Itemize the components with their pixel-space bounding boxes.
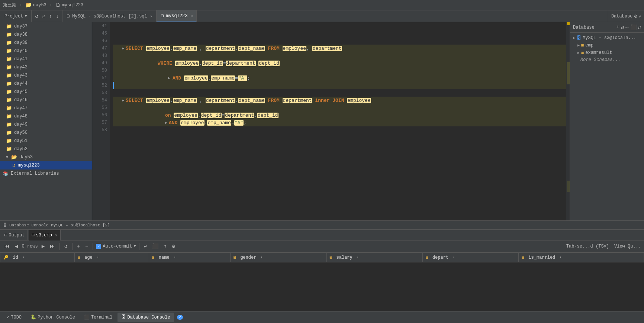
tabs-container: 🗋 MySQL - s3@localhost [2].sql ✕ 🗋 mysql… (62, 10, 608, 22)
keyword-select-47: SELECT (126, 46, 143, 51)
sidebar-item-day49[interactable]: 📁 day49 (0, 120, 92, 129)
sort-icon-gender: ⬍ (261, 256, 263, 260)
line-num-49: 49 (92, 59, 107, 67)
col-header-gender[interactable]: ⊞ gender ⬍ (231, 253, 326, 262)
db-add-icon[interactable]: + (616, 24, 619, 30)
bottom-tab-output[interactable]: ⊟ Output (1, 230, 28, 240)
editor-content[interactable]: 41 45 46 47 48 49 50 51 52 53 54 55 56 5… (92, 22, 570, 220)
db-more-icon[interactable]: ⋯ (625, 24, 628, 30)
sidebar-label-day51: day51 (14, 138, 28, 143)
db-connection[interactable]: ▶ 🗄 MySQL - s3@localh... (570, 34, 644, 42)
tab-mysql-close[interactable]: ✕ (190, 14, 193, 18)
terminal-label: Terminal (91, 315, 113, 320)
revert-btn[interactable]: ↩ (142, 242, 148, 250)
export-btn[interactable]: ⬆ (162, 242, 168, 250)
db-refresh-icon[interactable]: ↺ (621, 24, 624, 30)
add-row-btn[interactable]: + (75, 243, 81, 250)
fold-54[interactable]: ▶ (122, 98, 124, 103)
sidebar-item-day43[interactable]: 📁 day43 (0, 71, 92, 80)
first-row-btn[interactable]: ⏮ (3, 243, 11, 250)
db-stop-icon[interactable]: ⬛ (630, 24, 637, 30)
fold-57[interactable]: ▶ (165, 120, 167, 125)
sidebar-item-day41[interactable]: 📁 day41 (0, 55, 92, 63)
auto-commit-toggle[interactable]: ✓ Auto-commit ▼ (96, 244, 136, 249)
code-lines[interactable]: ▶ SELECT employee.emp_name , department.… (110, 22, 570, 220)
sep-2 (72, 243, 73, 250)
database-panel-toggle[interactable]: Database ⚙ ⇄ (608, 10, 644, 22)
code-line-54: ▶ SELECT employee.emp_name , department.… (113, 97, 570, 104)
sidebar-item-day42[interactable]: 📁 day42 (0, 63, 92, 71)
sidebar-item-day46[interactable]: 📁 day46 (0, 96, 92, 104)
nav-up-icon[interactable]: ↑ (48, 13, 53, 20)
db-more-schemas[interactable]: More Schemas... (570, 56, 644, 63)
sidebar-item-day39[interactable]: 📁 day39 (0, 39, 92, 47)
s3emp-close[interactable]: ✕ (55, 233, 57, 238)
folder-icon: 📁 (6, 146, 12, 152)
main-area: 📁 day37 📁 day38 📁 day39 📁 day40 📁 day41 … (0, 22, 644, 220)
minimap-scrollbar[interactable] (566, 22, 570, 220)
sidebar-item-day47[interactable]: 📁 day47 (0, 104, 92, 112)
database-console-btn[interactable]: 🗄 Database Console (117, 313, 174, 322)
tab-mysql[interactable]: 🗋 mysql223 ✕ (157, 10, 197, 22)
stop-btn[interactable]: ⬛ (151, 242, 160, 250)
db-table-examresult[interactable]: ▶ ⊞ examresult (570, 49, 644, 56)
title-bar-item-3: 🗋 mysql223 (55, 2, 84, 8)
next-row-btn[interactable]: ▶ (40, 242, 46, 250)
python-console-btn[interactable]: 🐍 Python Console (27, 313, 79, 322)
col-header-salary[interactable]: ⊞ salary ⬍ (326, 253, 422, 262)
sidebar-item-day38[interactable]: 📁 day38 (0, 30, 92, 39)
col-name-label: name (159, 255, 170, 260)
line-numbers: 41 45 46 47 48 49 50 51 52 53 54 55 56 5… (92, 22, 110, 220)
terminal-btn[interactable]: ⬛ Terminal (80, 313, 116, 322)
col-depart-icon: ⊞ (426, 255, 428, 260)
col-header-name[interactable]: ⊞ name ⬍ (149, 253, 231, 262)
sidebar-item-day45[interactable]: 📁 day45 (0, 88, 92, 96)
auto-commit-dropdown[interactable]: ▼ (134, 244, 136, 248)
remove-row-btn[interactable]: − (84, 243, 90, 250)
scroll-marker-top (567, 22, 570, 25)
sidebar-item-day53[interactable]: ▼ 📂 day53 (0, 153, 92, 161)
sidebar-label-day48: day48 (14, 114, 28, 119)
sidebar-item-day50[interactable]: 📁 day50 (0, 129, 92, 137)
str-a-57: "A" (234, 120, 244, 126)
nav-back-icon[interactable]: ↺ (34, 12, 39, 20)
db-table-emp[interactable]: ▶ ⊞ emp (570, 42, 644, 49)
tab-bar: Project ▼ ↺ ⇌ ↑ ↓ 🗋 MySQL - s3@localhost… (0, 10, 644, 22)
col-header-age[interactable]: ⊞ age ⬍ (75, 253, 149, 262)
sidebar-item-day40[interactable]: 📁 day40 (0, 47, 92, 55)
col-header-depart[interactable]: ⊞ depart ⬍ (423, 253, 519, 262)
auto-commit-checkbox[interactable]: ✓ (96, 244, 101, 249)
sort-icon-id: ⬍ (22, 256, 25, 260)
col-name-icon: ⊞ (152, 255, 155, 260)
col-header-id[interactable]: 🔑 id ⬍ (0, 253, 75, 262)
sidebar-item-external-libraries[interactable]: 📚 External Libraries (0, 169, 92, 178)
todo-btn[interactable]: ✓ TODO (3, 313, 25, 322)
col-salary-label: salary (337, 255, 352, 260)
code-line-56: on employee.dept_id=department.dept_id (113, 112, 570, 119)
line-num-55: 55 (92, 104, 107, 112)
project-button[interactable]: Project ▼ (0, 10, 32, 22)
col-header-is-married[interactable]: ⊞ is_married ⬍ (519, 253, 644, 262)
refresh-btn[interactable]: ↺ (63, 242, 69, 250)
last-row-btn[interactable]: ⏭ (48, 243, 57, 250)
sidebar-item-day51[interactable]: 📁 day51 (0, 137, 92, 145)
tab-sql-close[interactable]: ✕ (150, 14, 152, 19)
bottom-tab-s3emp[interactable]: ⊞ s3.emp ✕ (29, 230, 60, 240)
sidebar-item-day44[interactable]: 📁 day44 (0, 80, 92, 88)
view-query-label[interactable]: View Qu... (614, 244, 641, 249)
fold-51[interactable]: ▶ (168, 76, 170, 80)
tab-sql[interactable]: 🗋 MySQL - s3@localhost [2].sql ✕ (62, 10, 157, 22)
sidebar-item-mysql223[interactable]: 🗋 mysql223 (0, 161, 92, 169)
more-settings-btn[interactable]: ⚙ (170, 242, 176, 250)
nav-forward-icon[interactable]: ⇌ (41, 12, 46, 20)
sidebar-item-day48[interactable]: 📁 day48 (0, 112, 92, 120)
code-editor[interactable]: 41 45 46 47 48 49 50 51 52 53 54 55 56 5… (92, 22, 570, 220)
sidebar-item-day52[interactable]: 📁 day52 (0, 145, 92, 153)
sidebar-item-day37[interactable]: 📁 day37 (0, 22, 92, 30)
python-label: Python Console (38, 315, 75, 320)
prev-row-btn[interactable]: ◀ (13, 242, 19, 250)
db-collapse-icon[interactable]: ⇄ (638, 24, 641, 30)
nav-down-icon[interactable]: ↓ (55, 13, 60, 20)
fold-47[interactable]: ▶ (122, 46, 124, 51)
db-table-icon-examresult: ⊞ (581, 50, 584, 56)
